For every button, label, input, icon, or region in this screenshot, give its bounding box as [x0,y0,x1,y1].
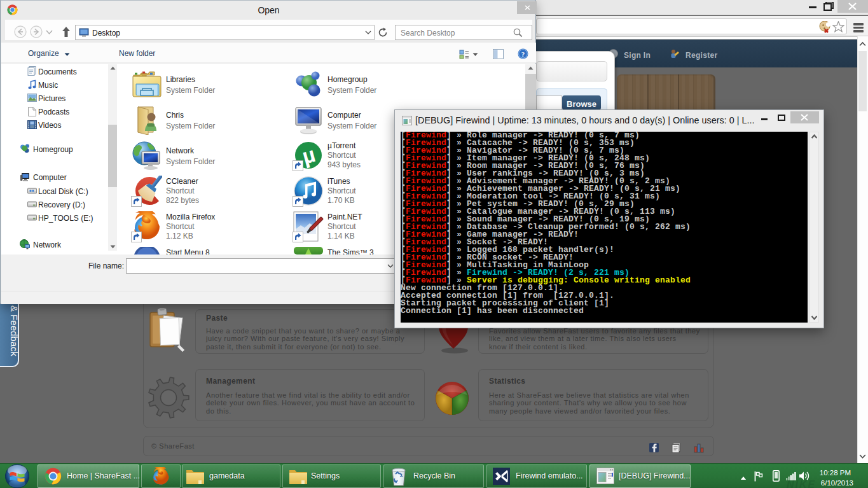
svg-text:?: ? [521,50,525,58]
